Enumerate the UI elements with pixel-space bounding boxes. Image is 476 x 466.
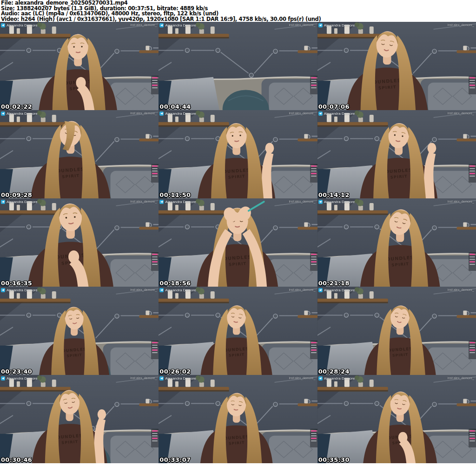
telegram-icon xyxy=(159,376,164,381)
instagram-handle-watermark: inst:alex_demore_ xyxy=(289,200,315,203)
telegram-icon xyxy=(1,23,5,27)
channel-watermark: Alexandra Demore xyxy=(318,376,355,381)
thumbnail-grid: BOUNDLESS SPIRIT Alexandra Demore inst:a… xyxy=(0,22,476,463)
thumbnail-image xyxy=(159,22,317,110)
channel-watermark: Alexandra Demore xyxy=(159,376,196,381)
video-thumbnail: BOUNDLESS SPIRIT Alexandra Demore inst:a… xyxy=(159,110,317,198)
thumbnail-image: BOUNDLESS SPIRIT xyxy=(159,287,317,375)
telegram-icon xyxy=(318,112,323,116)
channel-watermark: Alexandra Demore xyxy=(159,112,196,116)
tip-menu-overlay xyxy=(310,341,317,359)
telegram-icon xyxy=(159,112,164,116)
video-thumbnail: BOUNDLESS SPIRIT Alexandra Demore inst:a… xyxy=(317,375,476,463)
tip-menu-overlay xyxy=(310,252,317,271)
instagram-handle-watermark: inst:alex_demore_ xyxy=(130,376,157,380)
timestamp-label: 00:21:18 xyxy=(318,280,350,287)
tip-menu-overlay xyxy=(469,429,476,447)
channel-name: Alexandra Demore xyxy=(7,200,38,204)
timestamp-label: 00:35:30 xyxy=(318,457,350,463)
channel-watermark: Alexandra Demore xyxy=(1,23,38,27)
instagram-handle-watermark: inst:alex_demore_ xyxy=(289,288,315,292)
telegram-icon xyxy=(1,288,5,292)
thumbnail-image: BOUNDLESS SPIRIT xyxy=(0,198,159,287)
timestamp-label: 00:33:07 xyxy=(159,457,191,463)
channel-watermark: Alexandra Demore xyxy=(1,200,38,204)
timestamp-label: 00:26:02 xyxy=(159,368,191,375)
telegram-icon xyxy=(1,376,5,381)
channel-watermark: Alexandra Demore xyxy=(318,288,355,292)
channel-name: Alexandra Demore xyxy=(324,23,355,27)
tip-menu-overlay xyxy=(151,252,159,271)
timestamp-label: 00:28:24 xyxy=(318,368,350,375)
tip-menu-overlay xyxy=(151,429,159,447)
telegram-icon xyxy=(318,288,323,292)
timestamp-label: 00:02:22 xyxy=(1,104,32,110)
instagram-handle-watermark: inst:alex_demore_ xyxy=(130,23,157,27)
tip-menu-overlay xyxy=(310,429,317,447)
thumbnail-image: BOUNDLESS SPIRIT xyxy=(0,110,159,198)
video-thumbnail: BOUNDLESS SPIRIT Alexandra Demore inst:a… xyxy=(317,198,476,287)
telegram-icon xyxy=(1,200,5,204)
instagram-handle-watermark: inst:alex_demore_ xyxy=(448,23,474,27)
channel-name: Alexandra Demore xyxy=(324,288,355,292)
channel-name: Alexandra Demore xyxy=(7,288,38,292)
telegram-icon xyxy=(318,200,323,204)
thumbnail-image: BOUNDLESS SPIRIT xyxy=(159,110,317,198)
thumbnail-image: BOUNDLESS SPIRIT xyxy=(0,287,159,375)
tip-menu-overlay xyxy=(469,164,476,183)
channel-watermark: Alexandra Demore xyxy=(1,288,38,292)
instagram-handle-watermark: inst:alex_demore_ xyxy=(289,376,315,380)
telegram-icon xyxy=(159,200,164,204)
video-thumbnail: BOUNDLESS SPIRIT Alexandra Demore inst:a… xyxy=(317,22,476,110)
timestamp-label: 00:16:35 xyxy=(1,280,32,287)
media-info-header: File: alexandra_demore_202505270031.mp4 … xyxy=(0,0,476,22)
thumbnail-image: BOUNDLESS SPIRIT xyxy=(317,110,476,198)
channel-name: Alexandra Demore xyxy=(165,23,196,27)
thumbnail-image: BOUNDLESS SPIRIT xyxy=(0,22,159,110)
tip-menu-overlay xyxy=(469,341,476,359)
tip-menu-overlay xyxy=(310,76,317,94)
telegram-icon xyxy=(318,376,323,381)
channel-watermark: Alexandra Demore xyxy=(318,200,355,204)
channel-name: Alexandra Demore xyxy=(7,23,38,27)
tip-menu-overlay xyxy=(469,76,476,94)
channel-watermark: Alexandra Demore xyxy=(159,23,196,27)
thumbnail-image: BOUNDLESS SPIRIT xyxy=(317,198,476,287)
channel-watermark: Alexandra Demore xyxy=(1,112,38,116)
tip-menu-overlay xyxy=(310,164,317,183)
telegram-icon xyxy=(159,288,164,292)
tip-menu-overlay xyxy=(151,76,159,94)
channel-watermark: Alexandra Demore xyxy=(159,288,196,292)
instagram-handle-watermark: inst:alex_demore_ xyxy=(130,288,157,292)
channel-watermark: Alexandra Demore xyxy=(159,200,196,204)
channel-name: Alexandra Demore xyxy=(165,288,196,292)
thumbnail-image: BOUNDLESS SPIRIT xyxy=(317,287,476,375)
timestamp-label: 00:18:56 xyxy=(159,280,191,287)
video-thumbnail: BOUNDLESS SPIRIT Alexandra Demore inst:a… xyxy=(159,287,317,375)
video-thumbnail: BOUNDLESS SPIRIT Alexandra Demore inst:a… xyxy=(317,110,476,198)
instagram-handle-watermark: inst:alex_demore_ xyxy=(448,376,474,380)
timestamp-label: 00:07:06 xyxy=(318,104,350,110)
telegram-icon xyxy=(1,112,5,116)
channel-watermark: Alexandra Demore xyxy=(1,376,38,381)
video-info-line: Video: h264 (High) (avc1 / 0x31637661), … xyxy=(1,17,476,22)
video-thumbnail: Alexandra Demore inst:alex_demore_ 00:04… xyxy=(159,22,317,110)
video-thumbnail: BOUNDLESS SPIRIT Alexandra Demore inst:a… xyxy=(317,287,476,375)
timestamp-label: 00:23:40 xyxy=(1,368,32,375)
telegram-icon xyxy=(159,23,164,27)
timestamp-label: 00:04:44 xyxy=(159,104,191,110)
channel-name: Alexandra Demore xyxy=(165,376,196,381)
instagram-handle-watermark: inst:alex_demore_ xyxy=(289,112,315,115)
channel-watermark: Alexandra Demore xyxy=(318,23,355,27)
timestamp-label: 00:30:46 xyxy=(1,457,32,463)
channel-watermark: Alexandra Demore xyxy=(318,112,355,116)
instagram-handle-watermark: inst:alex_demore_ xyxy=(448,200,474,203)
timestamp-label: 00:11:50 xyxy=(159,192,191,198)
thumbnail-image: BOUNDLESS SPIRIT xyxy=(317,22,476,110)
channel-name: Alexandra Demore xyxy=(324,376,355,381)
instagram-handle-watermark: inst:alex_demore_ xyxy=(448,112,474,115)
video-thumbnail: BOUNDLESS SPIRIT Alexandra Demore inst:a… xyxy=(0,375,159,463)
tip-menu-overlay xyxy=(151,341,159,359)
video-thumbnail: BOUNDLESS SPIRIT Alexandra Demore inst:a… xyxy=(0,110,159,198)
video-thumbnail: BOUNDLESS SPIRIT Alexandra Demore inst:a… xyxy=(0,198,159,287)
